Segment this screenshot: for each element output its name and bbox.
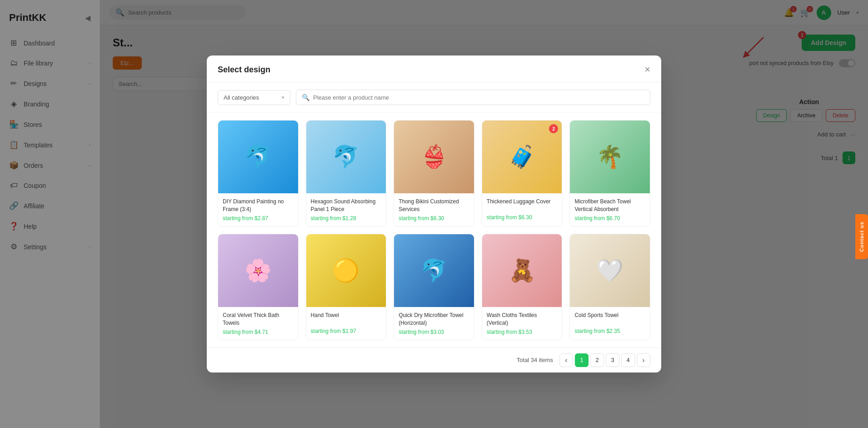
page-2-button[interactable]: 2 bbox=[590, 353, 604, 367]
select-design-modal: Select design × All categories ▾ 🔍 🐬 DIY… bbox=[207, 55, 661, 372]
product-emoji: 👙 bbox=[420, 144, 448, 170]
modal-products: 🐬 DIY Diamond Painting no Frame (3:4) st… bbox=[207, 113, 661, 347]
next-page-button[interactable]: › bbox=[637, 353, 650, 367]
product-emoji: 🌸 bbox=[244, 258, 272, 283]
product-card[interactable]: 🟡 Hand Towel starting from $1.97 bbox=[306, 234, 387, 340]
category-filter[interactable]: All categories ▾ bbox=[218, 90, 290, 105]
product-card[interactable]: 🌸 Coral Velvet Thick Bath Towels startin… bbox=[218, 234, 299, 340]
modal-title: Select design bbox=[218, 65, 270, 75]
product-image: 🧸 bbox=[482, 234, 562, 307]
product-price: starting from $6.70 bbox=[574, 215, 645, 222]
product-price: starting from $2.35 bbox=[574, 328, 645, 334]
product-name: Thickened Luggage Cover bbox=[487, 198, 558, 212]
product-card[interactable]: 🧳 2 Thickened Luggage Cover starting fro… bbox=[482, 120, 563, 227]
product-name: Coral Velvet Thick Bath Towels bbox=[223, 312, 294, 327]
product-info: Cold Sports Towel starting from $2.35 bbox=[570, 307, 650, 339]
product-price: starting from $6.30 bbox=[399, 215, 469, 222]
product-card[interactable]: 🧸 Wash Cloths Textiles (Vertical) starti… bbox=[482, 234, 563, 340]
product-emoji: 🐬 bbox=[244, 144, 272, 170]
page-1-button[interactable]: 1 bbox=[575, 353, 589, 367]
product-name-input[interactable] bbox=[313, 94, 644, 101]
product-emoji: 🤍 bbox=[596, 258, 624, 283]
product-image: 🌴 bbox=[570, 121, 650, 193]
product-info: Hand Towel starting from $1.97 bbox=[306, 307, 386, 339]
product-info: Hexagon Sound Absorbing Panel 1 Piece st… bbox=[306, 193, 386, 226]
product-emoji: 🐬 bbox=[420, 258, 448, 283]
product-name: Cold Sports Towel bbox=[574, 312, 645, 326]
modal-overlay: Select design × All categories ▾ 🔍 🐬 DIY… bbox=[0, 0, 868, 428]
product-image: 🟡 bbox=[306, 234, 386, 307]
product-card[interactable]: 🐬 Hexagon Sound Absorbing Panel 1 Piece … bbox=[306, 120, 387, 227]
product-image: 🌸 bbox=[218, 234, 298, 307]
product-price: starting from $1.97 bbox=[311, 328, 382, 334]
page-3-button[interactable]: 3 bbox=[606, 353, 619, 367]
contact-us-button[interactable]: Contact us bbox=[855, 214, 868, 259]
category-filter-label: All categories bbox=[224, 94, 259, 101]
product-card[interactable]: 🌴 Microfiber Beach Towel Vertical Absorb… bbox=[569, 120, 650, 227]
prev-page-button[interactable]: ‹ bbox=[559, 353, 573, 367]
product-price: starting from $3.03 bbox=[399, 329, 469, 335]
product-name: Hand Towel bbox=[311, 312, 382, 326]
modal-header: Select design × bbox=[207, 55, 661, 82]
product-name: Quick Dry Microfiber Towel (Horizontal) bbox=[399, 312, 469, 327]
product-emoji: 🟡 bbox=[332, 258, 359, 283]
product-price: starting from $4.71 bbox=[223, 329, 294, 335]
product-card[interactable]: 🐬 Quick Dry Microfiber Towel (Horizontal… bbox=[394, 234, 474, 340]
modal-pagination: Total 34 items ‹ 1 2 3 4 › bbox=[207, 347, 661, 373]
product-search-filter: 🔍 bbox=[296, 90, 650, 105]
product-price: starting from $1.28 bbox=[311, 215, 382, 222]
product-info: Microfiber Beach Towel Vertical Absorben… bbox=[570, 193, 650, 226]
product-card[interactable]: 👙 Thong Bikini Customized Services start… bbox=[394, 120, 474, 227]
modal-close-button[interactable]: × bbox=[644, 65, 650, 75]
product-badge: 2 bbox=[549, 124, 558, 133]
product-price: starting from $2.87 bbox=[223, 215, 294, 222]
product-name: Microfiber Beach Towel Vertical Absorben… bbox=[574, 198, 645, 213]
product-emoji: 🐬 bbox=[332, 144, 359, 170]
pagination-total: Total 34 items bbox=[517, 357, 553, 363]
search-icon: 🔍 bbox=[302, 94, 309, 101]
product-image: 🐬 bbox=[306, 121, 386, 193]
product-card[interactable]: 🐬 DIY Diamond Painting no Frame (3:4) st… bbox=[218, 120, 299, 227]
products-grid: 🐬 DIY Diamond Painting no Frame (3:4) st… bbox=[218, 120, 650, 340]
product-card[interactable]: 🤍 Cold Sports Towel starting from $2.35 bbox=[569, 234, 650, 340]
product-image: 👙 bbox=[394, 121, 474, 193]
product-info: DIY Diamond Painting no Frame (3:4) star… bbox=[218, 193, 298, 226]
product-name: Hexagon Sound Absorbing Panel 1 Piece bbox=[311, 198, 382, 213]
product-name: Thong Bikini Customized Services bbox=[399, 198, 469, 213]
dropdown-arrow-icon: ▾ bbox=[282, 95, 284, 101]
product-image: 🧳 2 bbox=[482, 121, 562, 193]
product-info: Thickened Luggage Cover starting from $6… bbox=[482, 193, 562, 225]
page-4-button[interactable]: 4 bbox=[621, 353, 635, 367]
product-emoji: 🧳 bbox=[509, 144, 536, 170]
product-price: starting from $3.53 bbox=[487, 329, 558, 335]
product-info: Thong Bikini Customized Services startin… bbox=[394, 193, 474, 226]
product-name: Wash Cloths Textiles (Vertical) bbox=[487, 312, 558, 327]
product-image: 🐬 bbox=[218, 121, 298, 193]
product-info: Coral Velvet Thick Bath Towels starting … bbox=[218, 307, 298, 340]
product-image: 🐬 bbox=[394, 234, 474, 307]
product-info: Wash Cloths Textiles (Vertical) starting… bbox=[482, 307, 562, 340]
product-info: Quick Dry Microfiber Towel (Horizontal) … bbox=[394, 307, 474, 340]
product-emoji: 🌴 bbox=[596, 144, 624, 170]
product-emoji: 🧸 bbox=[509, 258, 536, 283]
contact-us-area: Contact us bbox=[855, 214, 868, 259]
product-price: starting from $6.30 bbox=[487, 214, 558, 221]
modal-filters: All categories ▾ 🔍 bbox=[207, 82, 661, 113]
product-name: DIY Diamond Painting no Frame (3:4) bbox=[223, 198, 294, 213]
product-image: 🤍 bbox=[570, 234, 650, 307]
